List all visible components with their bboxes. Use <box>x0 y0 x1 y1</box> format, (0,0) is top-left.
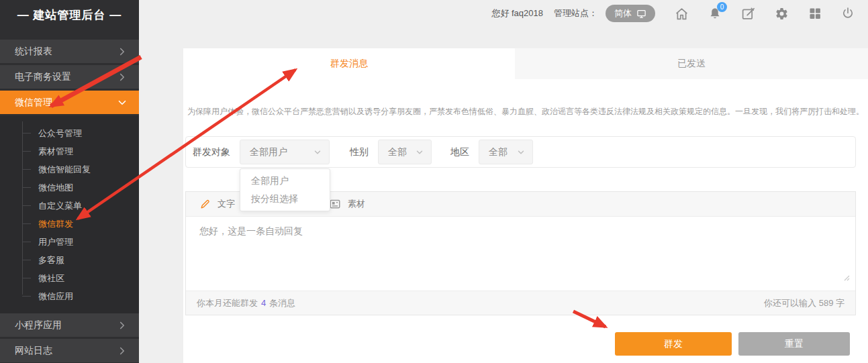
sidebar-submenu: 公众号管理 素材管理 微信智能回复 微信地图 自定义菜单 微信群发 用户管理 多… <box>0 116 139 313</box>
policy-notice: 为保障用户体验，微信公众平台严禁恶意营销以及诱导分享朋友圈，严禁发布色情低俗、暴… <box>183 106 868 117</box>
sidebar-item-ecommerce[interactable]: 电子商务设置 <box>0 65 139 91</box>
tool-text-button[interactable]: 文字 <box>199 198 235 210</box>
gender-select[interactable]: 全部 <box>378 140 432 164</box>
target-dropdown-menu: 全部用户 按分组选择 <box>240 168 330 211</box>
tab-sent[interactable]: 已发送 <box>515 48 868 79</box>
power-icon <box>841 7 855 20</box>
sidebar-item-mini-program[interactable]: 小程序应用 <box>0 313 139 339</box>
notifications-button[interactable]: 0 <box>708 7 722 21</box>
user-greeting: 您好 faq2018 <box>491 7 543 19</box>
topbar: 您好 faq2018 管理站点： 简体 0 <box>139 0 868 27</box>
message-textarea[interactable]: 您好，这是一条自动回复 <box>186 217 855 291</box>
submenu-item-community[interactable]: 微社区 <box>0 269 139 287</box>
region-select[interactable]: 全部 <box>479 140 533 164</box>
apps-button[interactable] <box>808 7 822 20</box>
chevron-down-icon <box>415 148 424 157</box>
chevron-right-icon <box>116 71 128 83</box>
target-label: 群发对象 <box>193 146 230 158</box>
tab-bar: 群发消息 已发送 <box>183 48 868 79</box>
gear-icon <box>775 7 789 21</box>
app-title: — 建站管理后台 — <box>0 1 139 28</box>
notification-badge: 0 <box>717 2 727 12</box>
resize-grip[interactable] <box>844 275 850 281</box>
send-target-form: 群发对象 全部用户 全部用户 按分组选择 性别 全部 地区 全部 <box>185 136 856 168</box>
editor-footer: 你本月还能群发4条消息 你还可以输入 589 字 <box>186 291 855 315</box>
submenu-item-material[interactable]: 素材管理 <box>0 142 139 160</box>
remaining-chars-text: 你还可以输入 589 字 <box>764 297 845 309</box>
submenu-item-mass-send[interactable]: 微信群发 <box>0 215 139 233</box>
chevron-right-icon <box>116 345 128 357</box>
home-button[interactable] <box>675 7 689 21</box>
region-label: 地区 <box>450 146 469 158</box>
pencil-icon <box>199 199 211 210</box>
monitor-icon <box>636 9 646 19</box>
manage-site-label: 管理站点： <box>554 7 597 19</box>
reset-button[interactable]: 重置 <box>738 332 850 356</box>
sidebar-item-statistics[interactable]: 统计报表 <box>0 40 139 65</box>
submenu-item-smart-reply[interactable]: 微信智能回复 <box>0 160 139 178</box>
target-select[interactable]: 全部用户 全部用户 按分组选择 <box>240 140 330 164</box>
monthly-quota-text: 你本月还能群发4条消息 <box>197 297 295 309</box>
sidebar-item-wechat-management[interactable]: 微信管理 <box>0 91 139 116</box>
submenu-item-user-management[interactable]: 用户管理 <box>0 233 139 251</box>
material-icon <box>329 198 341 210</box>
submenu-item-wechat-app[interactable]: 微信应用 <box>0 287 139 305</box>
submenu-item-custom-menu[interactable]: 自定义菜单 <box>0 197 139 215</box>
chevron-down-icon <box>313 148 322 157</box>
language-site-button[interactable]: 简体 <box>606 5 655 22</box>
logout-button[interactable] <box>841 7 855 20</box>
dropdown-option-by-group[interactable]: 按分组选择 <box>240 190 330 208</box>
tool-material-button[interactable]: 素材 <box>329 198 365 210</box>
submenu-item-official-account[interactable]: 公众号管理 <box>0 124 139 142</box>
edit-button[interactable] <box>741 7 755 21</box>
chevron-down-icon <box>116 97 128 109</box>
quota-count: 4 <box>261 298 266 308</box>
tab-mass-send-message[interactable]: 群发消息 <box>183 48 515 79</box>
grid-icon <box>808 7 822 20</box>
chevron-down-icon <box>516 148 526 157</box>
sidebar: — 建站管理后台 — 统计报表 电子商务设置 微信管理 公众号管理 素材管理 微… <box>0 0 139 363</box>
home-icon <box>675 7 689 21</box>
app-window: — 建站管理后台 — 统计报表 电子商务设置 微信管理 公众号管理 素材管理 微… <box>0 0 868 363</box>
content-panel: 群发消息 已发送 为保障用户体验，微信公众平台严禁恶意营销以及诱导分享朋友圈，严… <box>183 48 868 363</box>
edit-icon <box>741 7 755 21</box>
sidebar-item-site-log[interactable]: 网站日志 <box>0 339 139 363</box>
chevron-right-icon <box>116 319 128 331</box>
chevron-right-icon <box>116 46 128 58</box>
submenu-item-multi-service[interactable]: 多客服 <box>0 251 139 269</box>
gender-label: 性别 <box>350 146 369 158</box>
dropdown-option-all-users[interactable]: 全部用户 <box>240 172 330 190</box>
mass-send-button[interactable]: 群发 <box>615 332 732 356</box>
submenu-item-wechat-map[interactable]: 微信地图 <box>0 178 139 197</box>
settings-button[interactable] <box>775 7 789 21</box>
